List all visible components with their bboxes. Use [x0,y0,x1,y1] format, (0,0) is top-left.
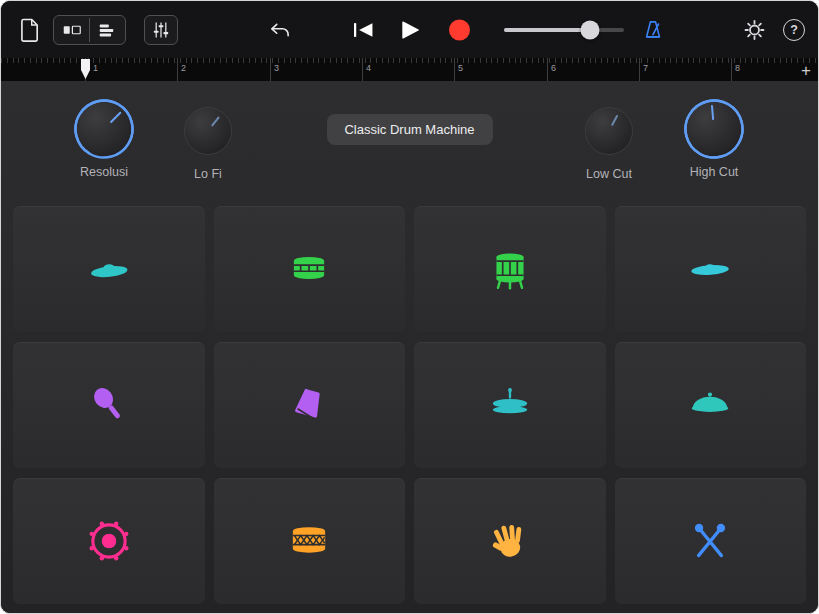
play-icon [397,18,421,42]
bar-line [547,58,548,81]
pad-ride-cymbal[interactable] [13,206,205,332]
pad-hi-hat-open[interactable] [615,342,807,468]
view-switcher [53,15,126,45]
metronome-button[interactable] [641,18,665,42]
hi-hat-open-icon [685,380,735,430]
bar-number: 7 [643,63,648,73]
kick-drum-icon [84,516,134,566]
bar-line [270,58,271,81]
add-bars-button[interactable]: + [801,61,811,78]
volume-fill [504,28,590,32]
bar-number: 1 [93,63,98,73]
cowbell-icon [284,380,334,430]
pad-floor-tom[interactable] [414,206,606,332]
toolbar: ? [1,1,818,58]
knob-pointer-wrap [578,100,640,162]
bar-number: 2 [181,63,186,73]
bar-number: 6 [551,63,556,73]
knob-pointer-wrap [64,89,143,168]
tracks-list-icon [96,18,120,42]
document-button[interactable] [19,17,39,43]
bar-number: 3 [274,63,279,73]
volume-slider[interactable] [504,28,624,32]
pad-crash-cymbal[interactable] [615,206,807,332]
maraca-icon [84,380,134,430]
live-loops-grid-icon [60,18,84,42]
knob-pointer [711,105,715,120]
mixer-sliders-icon [150,19,172,41]
pad-marching-snare[interactable] [214,478,406,604]
garageband-window: ? 1 2 3 4 5 6 7 8 + [0,0,819,614]
knob-pointer [211,116,220,127]
knob-lo-fi-dial[interactable] [184,107,232,155]
pad-drumsticks[interactable] [615,478,807,604]
mixer-button[interactable] [144,15,178,45]
playhead[interactable] [81,59,90,79]
knob-pointer-wrap [684,99,745,160]
knob-pointer [110,111,122,123]
knob-high-cut: High Cut [686,101,742,179]
go-to-beginning-button[interactable] [351,19,375,41]
volume-track[interactable] [504,28,624,32]
gear-icon [743,18,766,41]
knob-resolusi: Resolusi [76,101,132,179]
bar-line [731,58,732,81]
help-icon: ? [783,19,805,41]
bar-number: 5 [458,63,463,73]
knob-low-cut: Low Cut [585,107,633,181]
pad-hi-hat-closed[interactable] [414,342,606,468]
help-button[interactable]: ? [783,19,805,41]
drumsticks-icon [685,516,735,566]
metronome-icon [641,18,665,42]
record-icon [449,19,470,40]
pad-grid [13,206,806,604]
bar-number: 8 [735,63,740,73]
live-loops-view-button[interactable] [54,18,89,42]
pad-snare-drum[interactable] [214,206,406,332]
pad-hand-clap[interactable] [414,478,606,604]
record-button[interactable] [449,19,470,40]
tracks-view-button[interactable] [89,18,125,42]
marching-snare-icon [284,516,334,566]
document-icon [19,17,39,43]
knob-pointer-wrap [176,99,241,164]
knob-label: Lo Fi [194,167,222,181]
bar-line [177,58,178,81]
pad-maraca[interactable] [13,342,205,468]
rewind-to-start-icon [351,19,375,41]
play-button[interactable] [397,18,421,42]
knob-label: High Cut [690,165,739,179]
pad-kick-drum[interactable] [13,478,205,604]
help-label: ? [790,23,798,37]
knob-high-cut-dial[interactable] [686,101,742,157]
ride-cymbal-icon [84,244,134,294]
hi-hat-closed-icon [485,380,535,430]
knob-resolusi-dial[interactable] [76,101,132,157]
knob-low-cut-dial[interactable] [585,107,633,155]
drum-machine-panel: Resolusi Lo Fi Classic Drum Machine Low … [1,81,818,613]
crash-cymbal-icon [685,244,735,294]
knob-lo-fi: Lo Fi [184,107,232,181]
volume-knob[interactable] [581,20,600,39]
floor-tom-icon [485,244,535,294]
settings-button[interactable] [743,18,766,41]
undo-icon [267,18,293,42]
bar-line [362,58,363,81]
knob-label: Low Cut [586,167,632,181]
preset-name-button[interactable]: Classic Drum Machine [326,114,492,145]
bar-number: 4 [366,63,371,73]
knob-pointer [611,115,619,127]
bar-line [454,58,455,81]
hand-clap-icon [485,516,535,566]
timeline-ruler[interactable]: 1 2 3 4 5 6 7 8 + [1,58,818,81]
controls-row: Resolusi Lo Fi Classic Drum Machine Low … [1,81,818,206]
bar-line [639,58,640,81]
undo-button[interactable] [267,18,293,42]
pad-cowbell[interactable] [214,342,406,468]
snare-drum-icon [284,244,334,294]
